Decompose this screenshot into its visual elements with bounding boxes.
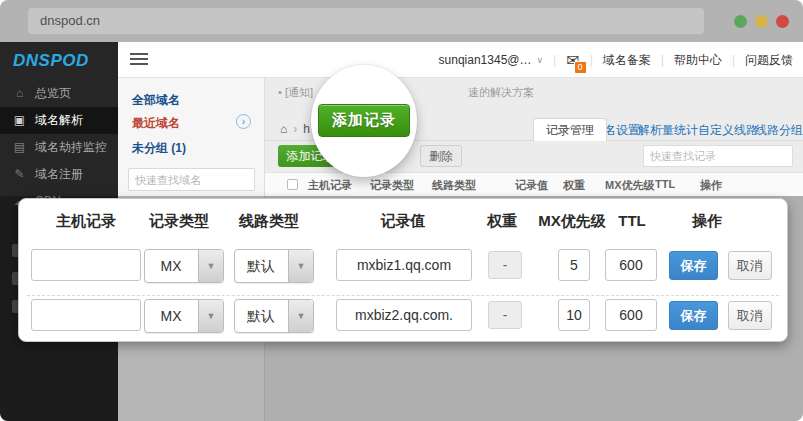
sidebar-item-dns[interactable]: ▣ 域名解析 (0, 107, 118, 134)
tutorial-spotlight: 添加记录 (311, 65, 417, 177)
line-type-select[interactable]: 默认 ▼ (234, 249, 314, 283)
sidebar-item-label: 域名劫持监控 (35, 134, 107, 161)
ungrouped-link[interactable]: 未分组 (1) (132, 140, 186, 157)
tab-resolution-stats[interactable]: 解析量统计 (638, 122, 698, 139)
traffic-light-yellow-icon[interactable] (755, 15, 768, 28)
chevron-down-icon: ▼ (288, 250, 313, 282)
sidebar-item-label: 域名注册 (35, 161, 83, 188)
save-button[interactable]: 保存 (669, 301, 718, 330)
divider: | (661, 53, 664, 67)
line-type-value: 默认 (235, 300, 287, 332)
recent-domains-link[interactable]: 最近域名 (132, 115, 180, 132)
cancel-button[interactable]: 取消 (728, 251, 772, 280)
nav-link-feedback[interactable]: 问题反馈 (745, 52, 793, 69)
breadcrumb-domain: h (303, 122, 310, 136)
modal-col-ttl: TTL (618, 212, 646, 229)
host-input[interactable] (31, 249, 141, 281)
add-record-button-highlighted[interactable]: 添加记录 (318, 104, 410, 137)
row-divider (27, 295, 779, 296)
modal-col-line: 线路类型 (239, 212, 299, 231)
account-menu[interactable]: sunqian1345@… ∨ (439, 53, 544, 67)
nav-link-help[interactable]: 帮助中心 (674, 52, 722, 69)
modal-col-weight: 权重 (487, 212, 517, 231)
grid-icon: ▤ (12, 134, 27, 161)
record-type-select[interactable]: MX ▼ (144, 249, 224, 283)
breadcrumb-separator: › (293, 122, 297, 136)
home-icon[interactable]: ⌂ (280, 122, 287, 136)
modal-col-type: 记录类型 (149, 212, 209, 231)
col-value: 记录值 (515, 178, 548, 193)
domain-search-input[interactable] (128, 168, 255, 191)
ttl-input[interactable] (605, 249, 657, 281)
col-mx: MX优先级 (605, 178, 655, 193)
record-type-value: MX (145, 250, 197, 282)
weight-box: - (488, 301, 522, 329)
select-all-checkbox[interactable] (287, 179, 298, 190)
tab-record-management[interactable]: 记录管理 (533, 118, 607, 141)
divider: | (732, 53, 735, 67)
traffic-light-green-icon[interactable] (734, 15, 747, 28)
line-type-select[interactable]: 默认 ▼ (234, 299, 314, 333)
address-bar[interactable]: dnspod.cn (28, 8, 704, 34)
mx-priority-input[interactable] (558, 299, 590, 331)
sidebar-item-domain-register[interactable]: ✎ 域名注册 (0, 161, 118, 188)
hamburger-menu-icon[interactable] (130, 53, 148, 67)
home-icon: ⌂ (12, 80, 27, 107)
browser-titlebar: dnspod.cn (0, 0, 803, 42)
notice-text-prefix: • [通知] (278, 85, 313, 100)
expand-circle-icon[interactable]: › (236, 114, 251, 129)
edit-icon: ✎ (12, 161, 27, 188)
sidebar-item-label: 域名解析 (35, 107, 83, 134)
account-name: sunqian1345@… (439, 53, 532, 67)
record-search-input[interactable] (643, 145, 793, 167)
monitor-icon: ▣ (12, 107, 27, 134)
add-record-modal: 主机记录 记录类型 线路类型 记录值 权重 MX优先级 TTL 操作 MX ▼ … (18, 198, 788, 342)
col-ttl: TTL (655, 178, 675, 190)
chevron-down-icon: ∨ (537, 55, 544, 65)
traffic-light-red-icon[interactable] (776, 15, 789, 28)
notice-text-suffix: 速的解决方案 (468, 85, 534, 100)
dnspod-logo: DNSPOD (0, 42, 118, 80)
mail-badge: 0 (574, 61, 587, 74)
save-button[interactable]: 保存 (669, 251, 718, 280)
col-weight: 权重 (563, 178, 585, 193)
sidebar-item-overview[interactable]: ⌂ 总览页 (0, 80, 118, 107)
col-type: 记录类型 (370, 178, 414, 193)
modal-col-host: 主机记录 (56, 212, 116, 231)
mx-priority-input[interactable] (558, 249, 590, 281)
divider: | (590, 53, 593, 67)
nav-link-beian[interactable]: 域名备案 (603, 52, 651, 69)
divider: | (553, 53, 556, 67)
weight-box: - (488, 251, 522, 279)
breadcrumb: ⌂ › h (280, 122, 310, 136)
top-navbar: sunqian1345@… ∨ | ✉ 0 | 域名备案 | 帮助中心 | 问题… (118, 42, 803, 78)
record-value-input[interactable] (336, 249, 472, 281)
cancel-button[interactable]: 取消 (728, 301, 772, 330)
chevron-down-icon: ▼ (198, 250, 223, 282)
ttl-input[interactable] (605, 299, 657, 331)
records-table-header: 主机记录 记录类型 线路类型 记录值 权重 MX优先级 TTL 操作 (265, 172, 803, 196)
all-domains-link[interactable]: 全部域名 (132, 92, 180, 109)
sidebar-item-label: 总览页 (35, 80, 71, 107)
col-line: 线路类型 (432, 178, 476, 193)
col-host: 主机记录 (308, 178, 352, 193)
record-value-input[interactable] (336, 299, 472, 331)
chevron-down-icon: ▼ (198, 300, 223, 332)
modal-col-mx: MX优先级 (538, 212, 606, 231)
sidebar-item-hijack-monitor[interactable]: ▤ 域名劫持监控 (0, 134, 118, 161)
col-actions: 操作 (700, 178, 722, 193)
tab-line-groups[interactable]: 线路分组 (755, 122, 803, 139)
delete-button[interactable]: 删除 (420, 145, 462, 167)
tab-custom-lines[interactable]: 自定义线路 (698, 122, 758, 139)
window-controls (734, 15, 789, 28)
modal-col-value: 记录值 (381, 212, 426, 231)
chevron-down-icon: ▼ (288, 300, 313, 332)
modal-col-actions: 操作 (692, 212, 722, 231)
record-type-select[interactable]: MX ▼ (144, 299, 224, 333)
mail-icon[interactable]: ✉ 0 (566, 51, 579, 70)
browser-window: dnspod.cn DNSPOD ⌂ 总览页 ▣ 域名解析 ▤ 域名劫持监控 ✎… (0, 0, 803, 421)
record-type-value: MX (145, 300, 197, 332)
line-type-value: 默认 (235, 250, 287, 282)
host-input[interactable] (31, 299, 141, 331)
